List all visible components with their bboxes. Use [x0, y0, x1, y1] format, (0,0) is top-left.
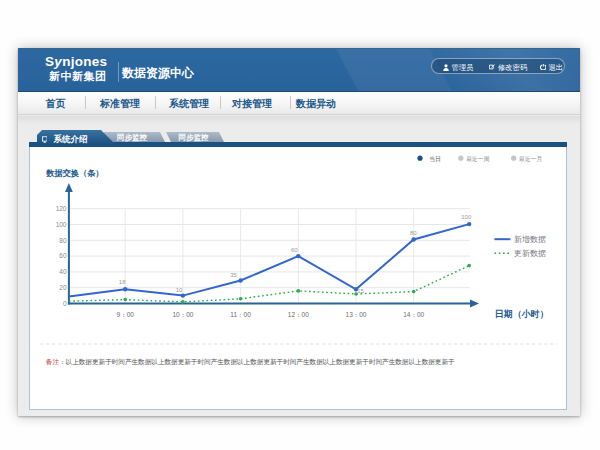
svg-text:100: 100	[461, 214, 472, 220]
svg-text:15: 15	[357, 288, 364, 294]
svg-text:日期（小时）: 日期（小时）	[495, 309, 549, 319]
svg-text:新增数据: 新增数据	[514, 235, 546, 244]
svg-text:100: 100	[55, 221, 66, 228]
svg-text:60: 60	[291, 247, 298, 253]
svg-text:80: 80	[59, 237, 67, 244]
svg-text:备注：以上数据更新于时间产生数据以上数据更新于时间产生数据以: 备注：以上数据更新于时间产生数据以上数据更新于时间产生数据以上数据更新于时间产生…	[46, 358, 455, 366]
svg-text:0: 0	[63, 300, 67, 307]
svg-text:18: 18	[119, 279, 126, 285]
svg-text:40: 40	[59, 268, 67, 275]
svg-text:最近一周: 最近一周	[466, 156, 489, 162]
svg-text:60: 60	[59, 252, 67, 259]
svg-text:数据交换（条）: 数据交换（条）	[45, 168, 103, 178]
svg-text:14：00: 14：00	[403, 311, 424, 318]
svg-text:9：00: 9：00	[116, 311, 134, 318]
svg-text:12：00: 12：00	[288, 311, 309, 318]
svg-text:120: 120	[55, 205, 66, 212]
svg-text:当日: 当日	[429, 156, 441, 163]
svg-text:20: 20	[59, 284, 67, 291]
svg-text:11：00: 11：00	[230, 311, 251, 318]
svg-text:10：00: 10：00	[172, 311, 193, 318]
svg-text:35: 35	[230, 272, 237, 278]
svg-text:10: 10	[175, 287, 182, 293]
svg-text:13：00: 13：00	[345, 311, 366, 318]
svg-text:80: 80	[410, 230, 417, 236]
svg-text:最近一月: 最近一月	[519, 156, 542, 163]
svg-text:更新数据: 更新数据	[514, 249, 546, 258]
